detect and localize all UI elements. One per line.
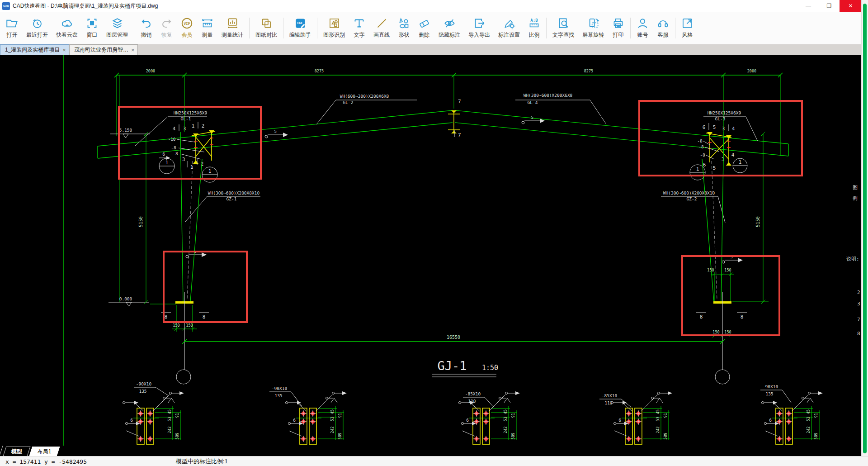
svg-text:6: 6 — [162, 152, 165, 157]
window-controls: — ❐ ✕ — [798, 0, 862, 12]
svg-text:-8: -8 — [171, 145, 176, 150]
toolbar-button-recent[interactable]: 最近打开 — [22, 14, 52, 43]
toolbar-label: 会员 — [182, 31, 193, 39]
tab-project-2[interactable]: 茂南司法业务用房智… × — [69, 44, 138, 55]
minimize-button[interactable]: — — [798, 0, 819, 12]
toolbar-button-draw-line[interactable]: 画直线 — [369, 14, 394, 43]
svg-text:3: 3 — [722, 157, 725, 162]
svg-text:150: 150 — [707, 268, 714, 272]
vertical-scrollbar-thumb[interactable] — [863, 4, 867, 453]
annotation-settings-icon — [503, 17, 515, 29]
tab-label: 1_灌装间及实桶库项目 — [5, 46, 60, 54]
svg-text:3: 3 — [182, 157, 185, 162]
sheet-tab-layout1[interactable]: 布局1 — [29, 447, 60, 456]
svg-text:1: 1 — [192, 123, 195, 129]
svg-text:-85X10: -85X10 — [465, 391, 481, 396]
printer-icon — [612, 17, 624, 29]
toolbar-button-text[interactable]: 文字 — [349, 14, 369, 43]
svg-text:5: 5 — [274, 129, 277, 134]
toolbar-button-find-text[interactable]: 文字查找 — [548, 14, 578, 43]
toolbar-label: 测量 — [202, 31, 213, 39]
svg-text:5150: 5150 — [138, 216, 143, 227]
toolbar-button-delete[interactable]: 删除 — [414, 14, 434, 43]
beam-labels: HN250X125X6X9 GL-1 WH(600~300)X200X6X8 G… — [135, 93, 758, 223]
toolbar-button-shapes[interactable]: 形状 — [394, 14, 414, 43]
svg-text:-8: -8 — [697, 138, 703, 143]
toolbar-button-cloud[interactable]: 快看云盘 — [52, 14, 82, 43]
toolbar-button-vip[interactable]: 会员 — [177, 14, 197, 43]
vip-icon — [181, 17, 193, 29]
svg-text:1: 1 — [696, 166, 699, 172]
headset-icon — [657, 17, 669, 29]
svg-text:GZ-1: GZ-1 — [226, 196, 237, 201]
toolbar-label: 画直线 — [373, 31, 390, 39]
window-title: CAD快速看图 - D:\电脑清理桌面\1_灌装间及实桶库项目.dwg — [13, 2, 158, 10]
apex-splice: 7 7 — [448, 99, 461, 138]
svg-text:WH(300~600)X200X6X8: WH(300~600)X200X6X8 — [524, 93, 573, 98]
toolbar-button-rotate-screen[interactable]: 屏幕旋转 — [578, 14, 608, 43]
toolbar-label: 删除 — [419, 31, 430, 39]
svg-text:-8: -8 — [698, 144, 704, 149]
svg-text:2: 2 — [202, 123, 205, 129]
toolbar-button-print[interactable]: 打印 — [608, 14, 628, 43]
toolbar-button-shape-recognition[interactable]: 图形识别 — [319, 14, 349, 43]
toolbar-button-account[interactable]: 账号 — [632, 14, 653, 43]
toolbar-button-window[interactable]: 窗口 — [82, 14, 102, 43]
frame-title: GJ-1 1:50 — [432, 359, 498, 377]
svg-text:GZ-2: GZ-2 — [687, 196, 697, 201]
bottom-details: -90X10 135 -90X10 135 -85X10 110 -85X10 … — [123, 381, 823, 444]
toolbar-button-support[interactable]: 客服 — [653, 14, 673, 43]
toolbar-button-edit-assistant[interactable]: 编辑助手 — [285, 14, 315, 43]
layers-icon — [111, 17, 123, 29]
toolbar-button-import-export[interactable]: 导入导出 — [464, 14, 494, 43]
rotate-screen-icon — [587, 17, 599, 29]
svg-text:5.150: 5.150 — [119, 128, 132, 133]
close-button[interactable]: ✕ — [840, 0, 862, 12]
toolbar-button-annotation-settings[interactable]: 标注设置 — [494, 14, 524, 43]
svg-text:3: 3 — [857, 301, 860, 307]
status-bar: x = 157411 y = -5482495 模型中的标注比例:1 — [0, 456, 868, 466]
vertical-scrollbar-track[interactable] — [861, 0, 868, 456]
eye-slash-icon — [443, 17, 456, 29]
svg-text:1:50: 1:50 — [482, 364, 498, 372]
toolbar-label: 最近打开 — [26, 31, 48, 39]
style-icon — [681, 17, 693, 29]
svg-text:HN250X125X6X9: HN250X125X6X9 — [174, 110, 208, 115]
toolbar-label: 编辑助手 — [289, 31, 311, 39]
svg-text:WH(600~300)X200X6X8: WH(600~300)X200X6X8 — [340, 94, 389, 99]
toolbar-button-open[interactable]: 打开 — [2, 14, 22, 43]
toolbar-button-style[interactable]: 风格 — [677, 14, 698, 43]
toolbar-label: 账号 — [637, 31, 648, 39]
toolbar-button-hide-annotations[interactable]: 隐藏标注 — [434, 14, 464, 43]
svg-text:GJ-1: GJ-1 — [437, 359, 467, 373]
tab-close-icon[interactable]: × — [62, 47, 66, 53]
svg-text:HN250X125X6X9: HN250X125X6X9 — [708, 110, 741, 115]
svg-text:5: 5 — [713, 165, 716, 171]
svg-text:WH(300~600)X200X8X10: WH(300~600)X200X8X10 — [208, 190, 260, 195]
toolbar-button-measure-stats[interactable]: 测量统计 — [217, 14, 247, 43]
cursor-coordinates: x = 157411 y = -5482495 — [5, 458, 172, 465]
maximize-button[interactable]: ❐ — [819, 0, 840, 12]
toolbar-button-scale[interactable]: 比例 — [524, 14, 544, 43]
svg-text:GL-1: GL-1 — [181, 116, 191, 121]
drawing-canvas[interactable]: 45 91 53 242 589 — [0, 55, 862, 446]
tab-close-icon[interactable]: × — [131, 47, 135, 53]
toolbar-button-layers[interactable]: 图层管理 — [102, 14, 132, 43]
tab-project-1[interactable]: 1_灌装间及实桶库项目 × — [0, 44, 69, 55]
svg-text:0.000: 0.000 — [119, 296, 132, 301]
sheet-tab-model[interactable]: 模型 — [3, 447, 31, 456]
toolbar-button-measure[interactable]: 测量 — [197, 14, 217, 43]
toolbar-button-undo[interactable]: 撤销 — [136, 14, 156, 43]
columns — [180, 132, 724, 301]
svg-text:-8: -8 — [173, 151, 178, 156]
shape-recognition-icon — [328, 17, 340, 29]
toolbar-button-compare[interactable]: 图纸对比 — [251, 14, 281, 43]
open-folder-icon — [6, 17, 18, 29]
shapes-icon — [398, 17, 410, 29]
toolbar-label: 隐藏标注 — [439, 31, 460, 39]
svg-text:5: 5 — [713, 124, 716, 130]
svg-text:8275: 8275 — [315, 69, 324, 73]
svg-text:GL-4: GL-4 — [528, 100, 538, 105]
toolbar-label: 标注设置 — [498, 31, 520, 39]
svg-text:3: 3 — [183, 126, 186, 132]
